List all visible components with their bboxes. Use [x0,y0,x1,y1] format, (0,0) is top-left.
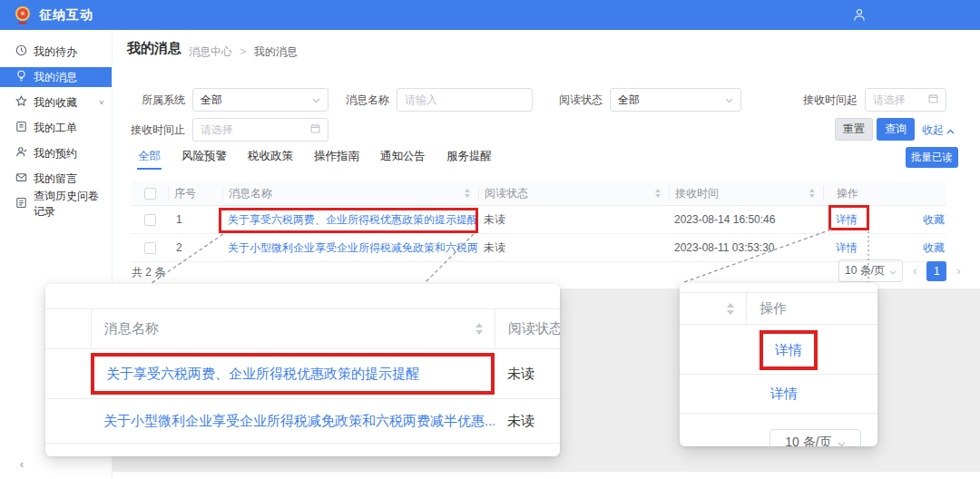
sidebar-item-label: 我的待办 [34,44,77,60]
message-link-magnified: 关于小型微利企业享受企业所得税减免政策和六税两费减半优惠... [103,413,495,430]
detail-link[interactable]: 详情 [836,240,858,256]
row-checkbox[interactable] [144,242,156,254]
user-icon[interactable] [853,8,866,25]
search-button[interactable]: 查询 [877,118,915,141]
sort-icon[interactable] [809,189,815,198]
breadcrumb-separator: > [240,45,246,58]
reset-button[interactable]: 重置 [835,118,873,141]
filter-system: 所属系统 全部 [123,88,328,112]
chevron-down-icon [725,93,733,106]
sort-icon [475,323,483,335]
breadcrumb: 消息中心 > 我的消息 [189,44,298,60]
sidebar-item-messages[interactable]: 我的消息 [0,67,112,87]
breadcrumb-root[interactable]: 消息中心 [189,45,232,58]
tab-all[interactable]: 全部 [138,149,161,164]
sidebar-item-todo[interactable]: 我的待办 [0,42,112,62]
row-checkbox[interactable] [144,214,156,226]
chevron-down-icon: ∨ [98,99,104,106]
column-header-no: 序号 [168,186,222,201]
column-header-action: 操作 [823,186,946,201]
page-title: 我的消息 [127,40,181,57]
sidebar-item-history-questionnaire[interactable]: 查询历史问卷记录 [0,194,112,214]
row-time: 2023-08-11 03:53:30 [669,241,823,254]
row-status: 未读 [478,212,669,228]
tab-risk-warning[interactable]: 风险预警 [181,149,227,164]
app-title: 征纳互动 [39,7,93,24]
callout-card-action: 操作 详情 详情 10 条/页 [680,283,877,446]
calendar-icon [928,93,938,106]
row-time: 2023-08-14 16:50:46 [669,213,823,226]
callout-header-row: 消息名称 阅读状态 [45,308,560,349]
history-doc-icon [15,197,34,211]
tab-tax-policy[interactable]: 税收政策 [248,149,293,164]
message-name-input-wrap [397,88,533,112]
total-count: 共 2 条 [132,265,165,280]
filter-name-label: 消息名称 [328,93,397,108]
time-from-datepicker[interactable] [865,88,946,112]
chevron-down-icon [838,435,846,446]
message-link[interactable]: 关于小型微利企业享受企业所得税减免政策和六税两费减半优惠... [228,240,478,256]
row-no: 2 [168,241,222,254]
filter-time-from-label: 接收时间起 [789,93,865,108]
chevron-down-icon [312,93,320,106]
row-status: 未读 [478,240,669,256]
tab-service-reminder[interactable]: 服务提醒 [446,149,492,164]
tax-emblem-logo-icon [13,5,33,25]
select-all-checkbox[interactable] [144,188,156,200]
time-to-datepicker[interactable] [192,118,328,142]
system-select[interactable]: 全部 [192,88,328,112]
collapse-filters-link[interactable]: 收起 [922,122,955,138]
system-select-value: 全部 [201,93,222,108]
sort-icon [727,303,734,315]
read-status-select-value: 全部 [618,93,640,108]
callout-row: 关于小型微利企业享受企业所得税减免政策和六税两费减半优惠... 未读 [45,399,560,444]
chevron-up-icon [946,124,955,137]
message-category-tabs: 全部 风险预警 税收政策 操作指南 通知公告 服务提醒 [138,145,492,167]
sidebar-item-label: 我的收藏 [34,95,77,111]
sidebar-item-work-orders[interactable]: 我的工单 [0,118,112,138]
tab-notice[interactable]: 通知公告 [380,149,426,164]
sidebar-collapse-icon[interactable]: ‹ [20,458,24,471]
detail-link-magnified: 详情 [770,386,798,403]
table-row: 2 关于小型微利企业享受企业所得税减免政策和六税两费减半优惠... 未读 202… [132,234,946,262]
sidebar-item-appointments[interactable]: 我的预约 [0,143,112,163]
tab-operation-guide[interactable]: 操作指南 [314,149,359,164]
mail-icon [15,171,34,186]
sort-icon[interactable] [655,189,661,198]
sidebar-item-label: 查询历史问卷记录 [34,189,104,220]
time-to-input[interactable] [201,123,300,136]
sidebar-item-favorites[interactable]: 我的收藏 ∨ [0,93,112,112]
prev-page-icon[interactable]: ‹ [913,264,916,278]
pagination: 10 条/页 ‹ 1 › [838,259,961,282]
filter-time-from: 接收时间起 [789,88,946,112]
highlight-box-magnified: 关于享受六税两费、企业所得税优惠政策的提示提醒 [91,353,495,395]
breadcrumb-current: 我的消息 [254,45,298,58]
page-size-select[interactable]: 10 条/页 [838,259,903,282]
next-page-icon[interactable]: › [956,264,960,278]
filter-time-to: 接收时间止 [116,118,328,142]
bulb-icon [15,70,34,84]
chevron-down-icon [889,265,897,278]
callout-row: 详情 [680,325,877,375]
read-status-select[interactable]: 全部 [610,88,741,112]
collapse-filters-label: 收起 [922,122,944,138]
page-number-active[interactable]: 1 [926,261,946,281]
column-header-name: 消息名称 [222,186,478,201]
sidebar-item-comments[interactable]: 我的留言 [0,169,112,189]
callout-row: 详情 [680,375,877,414]
batch-read-button[interactable]: 批量已读 [906,147,958,168]
highlight-box-detail-link [828,205,869,230]
message-name-input[interactable] [405,93,524,106]
message-link-magnified: 关于享受六税两费、企业所得税优惠政策的提示提醒 [106,366,419,383]
favorite-link[interactable]: 收藏 [923,212,945,228]
star-icon [15,95,34,110]
detail-link-magnified: 详情 [775,342,802,359]
sort-icon[interactable] [465,189,470,198]
favorite-link[interactable]: 收藏 [923,240,945,256]
time-from-input[interactable] [873,93,924,106]
callout-row-status: 未读 [495,349,560,398]
person-icon [15,146,34,161]
filter-name: 消息名称 [328,88,533,112]
calendar-icon [310,123,320,136]
callout-column-action: 操作 [746,293,877,324]
